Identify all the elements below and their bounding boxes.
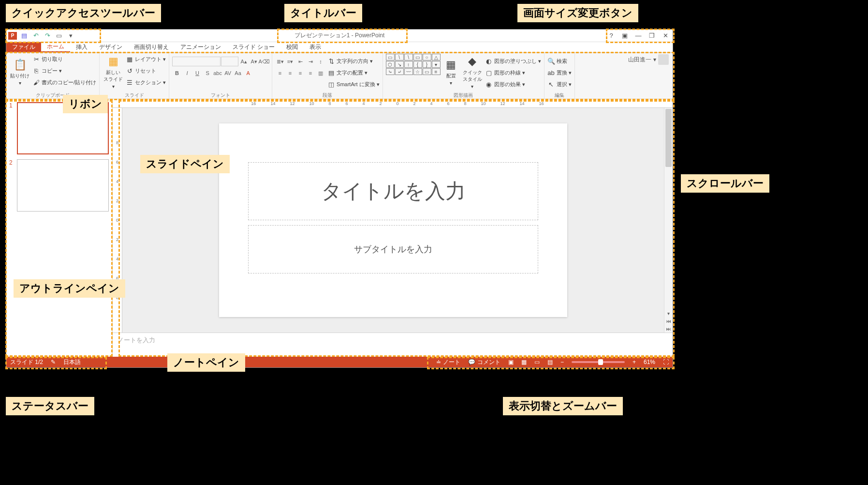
undo-icon[interactable]: ↶ <box>31 31 40 40</box>
align-left-button[interactable]: ≡ <box>275 68 285 78</box>
quick-styles-button[interactable]: ◆ クイック スタイル▾ <box>462 54 483 90</box>
tab-home[interactable]: ホーム <box>41 42 70 52</box>
format-painter-button[interactable]: 🖌書式のコピー/貼り付け <box>32 77 96 88</box>
shape-fill-button[interactable]: ◐図形の塗りつぶし▾ <box>485 56 541 66</box>
window-title: プレゼンテーション1 - PowerPoint <box>294 31 385 40</box>
align-right-button[interactable]: ≡ <box>295 68 305 78</box>
reset-icon: ↺ <box>126 67 133 75</box>
language-indicator[interactable]: 日本語 <box>63 358 81 366</box>
anno-scrollbar: スクロールバー <box>681 174 769 193</box>
replace-button[interactable]: ab置換▾ <box>547 67 572 78</box>
cut-button[interactable]: ✂切り取り <box>32 54 96 64</box>
arrange-icon: ▦ <box>444 58 458 72</box>
tab-review[interactable]: 校閲 <box>280 42 304 52</box>
close-icon[interactable]: ✕ <box>660 31 671 40</box>
replace-icon: ab <box>547 69 555 76</box>
quick-style-icon: ◆ <box>466 55 479 68</box>
align-text-button[interactable]: ▤文字の配置▾ <box>327 67 379 78</box>
subtitle-placeholder[interactable]: サブタイトルを入力 <box>248 225 538 273</box>
find-button[interactable]: 🔍検索 <box>547 56 572 66</box>
select-button[interactable]: ↖選択▾ <box>547 79 572 90</box>
indent-increase-button[interactable]: ⇥ <box>306 57 315 66</box>
clear-format-icon[interactable]: A⌫ <box>259 57 269 66</box>
line-spacing-button[interactable]: ↕ <box>316 57 325 66</box>
tab-insert[interactable]: 挿入 <box>70 42 93 52</box>
fit-to-window-icon[interactable]: ⛶ <box>663 359 669 365</box>
user-dropdown-icon[interactable]: ▾ <box>653 56 656 63</box>
strike-button[interactable]: S <box>203 68 212 78</box>
help-icon[interactable]: ? <box>606 31 617 40</box>
reading-view-icon[interactable]: ▭ <box>534 359 540 365</box>
maximize-icon[interactable]: ❐ <box>647 31 657 40</box>
anno-notepane: ノートペイン <box>167 353 245 372</box>
copy-button[interactable]: ⎘コピー▾ <box>32 65 96 76</box>
decrease-font-icon[interactable]: A▾ <box>249 57 259 66</box>
bold-button[interactable]: B <box>172 68 182 78</box>
reset-button[interactable]: ↺リセット <box>126 65 166 76</box>
shadow-button[interactable]: abc <box>213 68 222 78</box>
prev-slide-icon[interactable]: ⏮ <box>664 317 673 325</box>
sorter-view-icon[interactable]: ▦ <box>521 359 527 365</box>
shape-outline-button[interactable]: ▢図形の枠線▾ <box>485 67 541 78</box>
user-area[interactable]: 山田進一 ▾ <box>626 55 671 64</box>
tab-transitions[interactable]: 画面切り替え <box>128 42 175 52</box>
justify-button[interactable]: ≡ <box>306 68 315 78</box>
save-icon[interactable]: ▤ <box>20 31 29 40</box>
comments-toggle[interactable]: 💬 コメント <box>468 358 500 366</box>
scroll-thumb[interactable] <box>665 109 672 167</box>
shape-effects-button[interactable]: ◉図形の効果▾ <box>485 79 541 90</box>
normal-view-icon[interactable]: ▣ <box>508 359 514 365</box>
tab-design[interactable]: デザイン <box>93 42 128 52</box>
smartart-button[interactable]: ◫SmartArt に変換▾ <box>327 79 379 90</box>
char-spacing-button[interactable]: AV <box>223 68 233 78</box>
bullets-button[interactable]: ≣▾ <box>275 57 285 66</box>
zoom-slider[interactable] <box>572 361 625 363</box>
ribbon-display-icon[interactable]: ▣ <box>619 31 630 40</box>
ruler-vertical: 864202468 <box>113 108 122 333</box>
zoom-percent[interactable]: 61% <box>644 359 655 365</box>
outline-pane: 1 2 <box>6 99 113 357</box>
scroll-down-icon[interactable]: ▾ <box>664 309 673 317</box>
minimize-icon[interactable]: — <box>633 31 644 40</box>
increase-font-icon[interactable]: A▴ <box>239 57 249 66</box>
ribbon-group-font: A▴ A▾ A⌫ B I U S abc AV Aa A フォント <box>169 53 272 99</box>
section-button[interactable]: ☰セクション▾ <box>126 77 166 88</box>
zoom-knob[interactable] <box>598 359 603 365</box>
indent-decrease-button[interactable]: ⇤ <box>295 57 305 66</box>
layout-button[interactable]: ▦レイアウト▾ <box>126 54 166 64</box>
paste-button[interactable]: 📋 貼り付け▾ <box>9 54 30 90</box>
redo-icon[interactable]: ↷ <box>43 31 52 40</box>
columns-button[interactable]: ▥ <box>316 68 325 78</box>
align-center-button[interactable]: ≡ <box>285 68 295 78</box>
numbering-button[interactable]: ≡▾ <box>285 57 295 66</box>
qat-customize-icon[interactable]: ▾ <box>66 31 75 40</box>
tab-animations[interactable]: アニメーション <box>175 42 227 52</box>
arrange-button[interactable]: ▦ 配置▾ <box>442 54 460 90</box>
underline-button[interactable]: U <box>192 68 202 78</box>
new-slide-button[interactable]: ▦ 新しい スライド▾ <box>103 54 124 90</box>
font-size-combo[interactable] <box>221 57 238 66</box>
slide-pane: 1614121086420246810121416 864202468 タイトル… <box>113 99 673 357</box>
slideshow-icon[interactable]: ▭ <box>55 31 63 40</box>
font-name-combo[interactable] <box>172 57 221 66</box>
zoom-out-button[interactable]: − <box>560 359 564 365</box>
next-slide-icon[interactable]: ⏭ <box>664 325 673 333</box>
thumb-num-1: 1 <box>9 102 15 154</box>
slide-thumb-2[interactable] <box>17 159 109 212</box>
change-case-button[interactable]: Aa <box>233 68 243 78</box>
zoom-in-button[interactable]: + <box>633 359 636 365</box>
notes-toggle[interactable]: ≐ ノート <box>436 358 460 366</box>
shapes-gallery[interactable]: ▭\\▭○△ ⬡↘↕{}▾ ⤷⤶〰☆▭≡ <box>386 54 441 75</box>
vertical-scrollbar[interactable]: ▴ ▾ ⏮ ⏭ <box>664 108 673 333</box>
spellcheck-icon[interactable]: ✎ <box>51 359 56 365</box>
italic-button[interactable]: I <box>182 68 192 78</box>
tab-view[interactable]: 表示 <box>304 42 327 52</box>
tab-file[interactable]: ファイル <box>6 42 41 52</box>
tab-slideshow[interactable]: スライド ショー <box>227 42 280 52</box>
slideshow-view-icon[interactable]: ▤ <box>547 359 553 365</box>
font-color-button[interactable]: A <box>243 68 253 78</box>
text-direction-button[interactable]: ⇅文字列の方向▾ <box>327 56 379 66</box>
slide-canvas[interactable]: タイトルを入力 サブタイトルを入力 <box>122 108 664 333</box>
title-placeholder[interactable]: タイトルを入力 <box>248 162 538 220</box>
quick-access-toolbar: P ▤ ↶ ↷ ▭ ▾ <box>6 30 77 42</box>
